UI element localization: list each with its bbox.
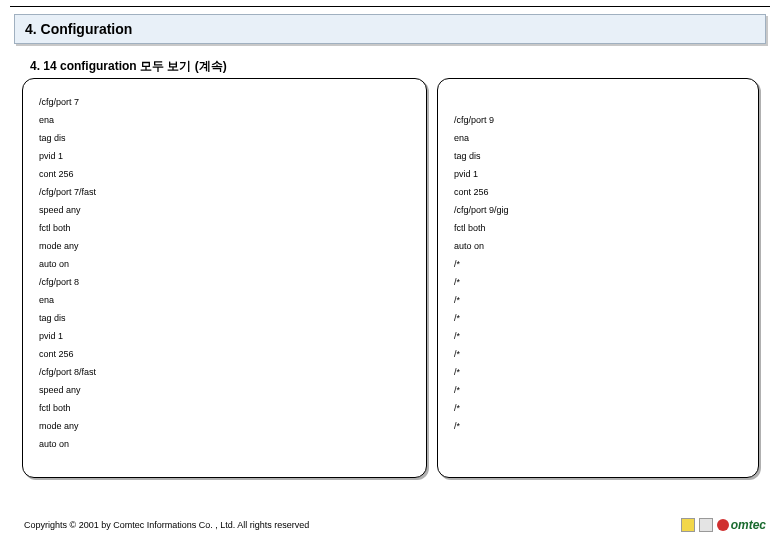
cfg-line: fctl both <box>39 399 410 417</box>
top-rule <box>10 6 770 7</box>
cfg-line: /cfg/port 7/fast <box>39 183 410 201</box>
cfg-line: tag dis <box>39 309 410 327</box>
section-header: 4. Configuration <box>14 14 766 44</box>
cfg-line: /cfg/port 8/fast <box>39 363 410 381</box>
cfg-line: speed any <box>39 201 410 219</box>
cfg-line: mode any <box>39 237 410 255</box>
cfg-line: auto on <box>39 255 410 273</box>
config-panel-left: /cfg/port 7 ena tag dis pvid 1 cont 256 … <box>22 78 427 478</box>
cfg-line: fctl both <box>454 219 742 237</box>
brand-logo: omtec <box>681 518 766 532</box>
cfg-line: cont 256 <box>39 345 410 363</box>
logo-dot-icon <box>717 519 729 531</box>
cfg-line: ena <box>39 291 410 309</box>
cert-badge-icon <box>699 518 713 532</box>
cfg-line: /* <box>454 309 742 327</box>
cfg-line: ena <box>454 129 742 147</box>
cfg-line: tag dis <box>39 129 410 147</box>
cfg-line: mode any <box>39 417 410 435</box>
cfg-line: /* <box>454 327 742 345</box>
cfg-line: pvid 1 <box>39 147 410 165</box>
cfg-line: fctl both <box>39 219 410 237</box>
cfg-line: /* <box>454 255 742 273</box>
cfg-line: ena <box>39 111 410 129</box>
cfg-line: /* <box>454 399 742 417</box>
brand-text: omtec <box>731 518 766 532</box>
cfg-line: cont 256 <box>39 165 410 183</box>
cfg-line: /cfg/port 7 <box>39 93 410 111</box>
cfg-line: pvid 1 <box>39 327 410 345</box>
cfg-line: speed any <box>39 381 410 399</box>
copyright-footer: Copyrights © 2001 by Comtec Informations… <box>24 520 309 530</box>
cert-badge-icon <box>681 518 695 532</box>
cfg-line: cont 256 <box>454 183 742 201</box>
cfg-line: /* <box>454 273 742 291</box>
cfg-line: /cfg/port 8 <box>39 273 410 291</box>
cfg-line: tag dis <box>454 147 742 165</box>
cfg-line: /* <box>454 363 742 381</box>
cfg-line: /* <box>454 417 742 435</box>
cfg-line: pvid 1 <box>454 165 742 183</box>
cfg-line: /* <box>454 345 742 363</box>
cfg-line: /cfg/port 9 <box>454 111 742 129</box>
config-panel-right: /cfg/port 9 ena tag dis pvid 1 cont 256 … <box>437 78 759 478</box>
subsection-title: 4. 14 configuration 모두 보기 (계속) <box>30 58 227 75</box>
cfg-line: /* <box>454 381 742 399</box>
cfg-line: auto on <box>39 435 410 453</box>
cfg-line: /cfg/port 9/gig <box>454 201 742 219</box>
cfg-line: auto on <box>454 237 742 255</box>
cfg-line: /* <box>454 291 742 309</box>
section-title: 4. Configuration <box>25 21 132 37</box>
